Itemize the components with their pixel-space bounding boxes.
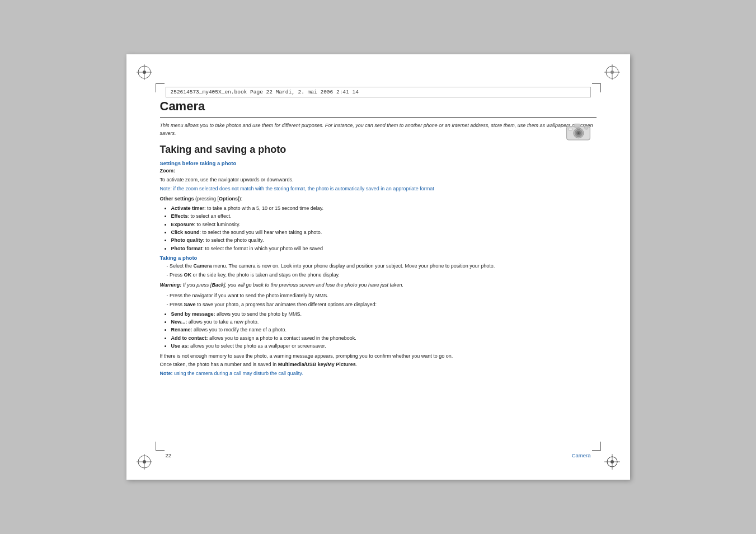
list-item: New...: allows you to take a new photo.: [171, 318, 597, 326]
reg-mark-br: [604, 454, 620, 470]
camera-icon-area: [566, 121, 591, 143]
zoom-heading: Zoom:: [160, 167, 597, 175]
list-item: Effects: to select an effect.: [171, 212, 597, 220]
svg-point-21: [577, 132, 579, 134]
file-info-text: 252614573_my405X_en.book Page 22 Mardi, …: [171, 89, 359, 95]
svg-point-11: [143, 460, 146, 463]
page-container: 252614573_my405X_en.book Page 22 Mardi, …: [0, 0, 756, 534]
zoom-text: To activate zoom, use the navigator upwa…: [160, 176, 597, 184]
save-dash-2: - Press Save to save your photo, a progr…: [167, 301, 597, 308]
list-item: Exposure: to select luminosity.: [171, 221, 597, 228]
reg-mark-tr: [604, 64, 620, 80]
crop-inner-tr: [592, 83, 601, 92]
taking-dash-1: - Select the Camera menu. The camera is …: [167, 262, 597, 270]
list-item: Photo format: to select the format in wh…: [171, 245, 597, 252]
save-bullet-list: Send by message: allows you to send the …: [171, 310, 597, 350]
footer-section-name: Camera: [572, 452, 591, 458]
other-settings-options: Options: [219, 196, 238, 202]
list-item: Use as: allows you to select the photo a…: [171, 342, 597, 350]
camera-icon: [566, 121, 591, 141]
svg-point-7: [611, 71, 614, 74]
svg-point-3: [143, 71, 146, 74]
taking-dash-2-text: Press OK or the side key, the photo is t…: [170, 272, 340, 278]
reg-mark-tl: [137, 64, 152, 80]
taking-photo-heading: Taking a photo: [160, 255, 597, 261]
taking-dash-2: - Press OK or the side key, the photo is…: [167, 271, 597, 279]
book-page: 252614573_my405X_en.book Page 22 Mardi, …: [126, 54, 630, 480]
save-dash-1: - Press the navigator if you want to sen…: [167, 292, 597, 299]
list-item: Activate timer: to take a photo with a 5…: [171, 204, 597, 212]
page-number: 22: [166, 452, 172, 458]
warning-label: Warning:: [160, 282, 182, 288]
list-item: Send by message: allows you to send the …: [171, 310, 597, 318]
warning-text: Warning: If you press [Back], you will g…: [160, 282, 597, 289]
saved-info: Once taken, the photo has a number and i…: [160, 361, 597, 369]
file-info-bar: 252614573_my405X_en.book Page 22 Mardi, …: [166, 87, 591, 97]
crop-inner-bl: [156, 442, 165, 451]
settings-heading: Settings before taking a photo: [160, 160, 597, 166]
list-item: Add to contact: allows you to assign a p…: [171, 334, 597, 342]
camera-note: Note: using the camera during a call may…: [160, 370, 597, 378]
reg-mark-bl: [137, 454, 152, 470]
note-content: using the camera during a call may distu…: [174, 371, 303, 376]
main-content: Camera This menu allows you to take phot…: [160, 99, 597, 378]
list-item: Photo quality: to select the photo quali…: [171, 236, 597, 244]
other-settings-suffix: ]):: [238, 196, 242, 202]
intro-text: This menu allows you to take photos and …: [160, 122, 597, 137]
save-dash-2-text: Press Save to save your photo, a progres…: [170, 302, 377, 307]
memory-warning: If there is not enough memory to save th…: [160, 353, 597, 360]
section-divider: [160, 117, 597, 118]
svg-point-16: [611, 460, 614, 463]
section-title: Camera: [160, 99, 597, 114]
svg-point-24: [584, 126, 588, 130]
other-settings-prefix: (pressing [: [194, 196, 219, 202]
subsection-title: Taking and saving a photo: [160, 144, 597, 156]
crop-inner-tl: [156, 83, 165, 92]
list-item: Click sound: to select the sound you wil…: [171, 228, 597, 236]
other-settings-line: Other settings (pressing [Options]):: [160, 195, 597, 203]
settings-bullet-list: Activate timer: to take a photo with a 5…: [171, 204, 597, 252]
page-footer: 22 Camera: [166, 452, 591, 458]
zoom-note: Note: if the zoom selected does not matc…: [160, 185, 597, 193]
zoom-label: Zoom:: [160, 168, 176, 174]
svg-rect-22: [574, 124, 580, 127]
warning-content: If you press [Back], you will go back to…: [181, 282, 403, 288]
taking-dash-1-text: Select the Camera menu. The camera is no…: [170, 263, 495, 269]
svg-rect-23: [568, 128, 572, 130]
other-settings-label: Other settings: [160, 196, 194, 202]
list-item: Rename: allows you to modify the name of…: [171, 326, 597, 334]
crop-inner-br: [592, 442, 601, 451]
note-label: Note:: [160, 371, 173, 376]
save-dash-1-text: Press the navigator if you want to send …: [170, 293, 328, 298]
